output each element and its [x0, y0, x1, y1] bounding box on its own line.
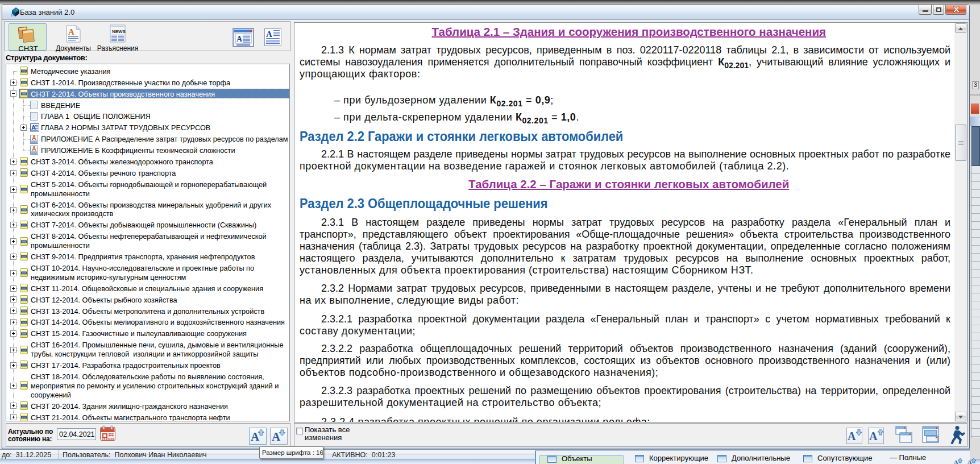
svg-text:A: A [869, 430, 878, 442]
svg-text:A: A [68, 27, 74, 36]
svg-text:A: A [31, 124, 36, 131]
svg-text:NEWS: NEWS [112, 29, 126, 34]
svg-text:A: A [32, 146, 36, 152]
svg-text:A: A [953, 458, 959, 464]
svg-text:A: A [236, 35, 243, 43]
svg-text:A: A [266, 30, 272, 39]
svg-text:A: A [967, 458, 973, 464]
svg-text:A: A [32, 135, 36, 141]
svg-text:A: A [272, 430, 281, 444]
svg-text:П: П [11, 13, 14, 17]
svg-text:A: A [848, 430, 856, 442]
svg-text:Р: Р [15, 9, 18, 13]
